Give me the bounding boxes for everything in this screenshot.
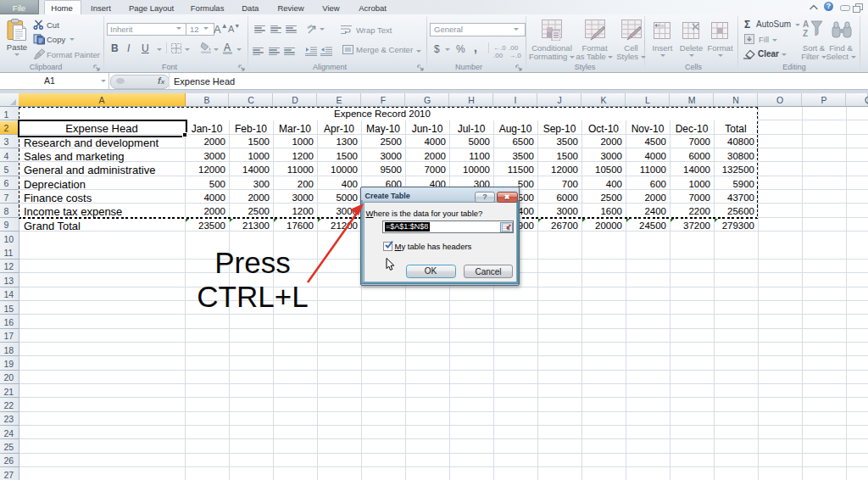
svg-text:A: A [803,20,809,29]
svg-text:Z: Z [803,29,808,38]
